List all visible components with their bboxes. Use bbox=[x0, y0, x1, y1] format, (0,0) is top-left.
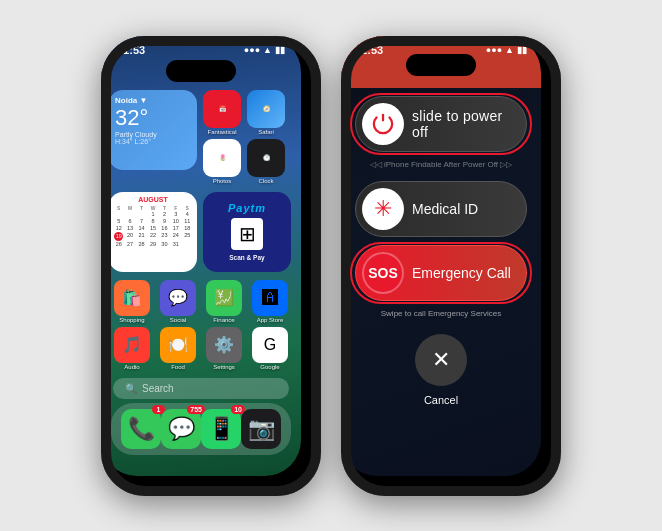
cancel-label: Cancel bbox=[341, 394, 541, 406]
settings-label: Settings bbox=[213, 364, 235, 370]
app-settings[interactable]: ⚙️ Settings bbox=[203, 327, 245, 370]
status-bar1: 11:53 ●●● ▲ ▮▮ bbox=[101, 36, 301, 60]
search-icon: 🔍 bbox=[125, 383, 137, 394]
app-fantastical[interactable]: 📅 Fantastical bbox=[203, 90, 241, 135]
apps-row-2: 🌷 Photos 🕐 Clock bbox=[203, 139, 293, 184]
app-safari[interactable]: 🧭 Safari bbox=[247, 90, 285, 135]
signal-icon: ●●● bbox=[244, 45, 260, 55]
calendar-grid: S M T W T F S 1 2 3 4 5 6 7 bbox=[113, 205, 193, 248]
poweroff-label: slide to power off bbox=[412, 108, 520, 140]
shopping-label: Shopping bbox=[119, 317, 144, 323]
search-bar[interactable]: 🔍 Search bbox=[113, 378, 289, 399]
weather-city: Noida ▼ bbox=[115, 96, 191, 105]
clock-icon: 🕐 bbox=[247, 139, 285, 177]
audio-icon: 🎵 bbox=[114, 327, 150, 363]
calendar-widget[interactable]: AUGUST S M T W T F S 1 2 3 4 5 bbox=[109, 192, 197, 272]
sos-slider[interactable]: SOS Emergency Call bbox=[355, 245, 527, 301]
apps-grid: 🛍️ Shopping 💬 Social 💹 Finance 🅰 App Sto… bbox=[101, 276, 301, 374]
shopping-icon: 🛍️ bbox=[114, 280, 150, 316]
app-clock[interactable]: 🕐 Clock bbox=[247, 139, 285, 184]
appstore-icon: 🅰 bbox=[252, 280, 288, 316]
finance-icon: 💹 bbox=[206, 280, 242, 316]
sos-subtext: Swipe to call Emergency Services bbox=[355, 309, 527, 318]
paytm-qr-icon: ⊞ bbox=[231, 218, 263, 250]
sos-label: Emergency Call bbox=[412, 265, 511, 281]
app-photos[interactable]: 🌷 Photos bbox=[203, 139, 241, 184]
weather-temp: 32° bbox=[115, 105, 191, 131]
appstore-label: App Store bbox=[257, 317, 284, 323]
dock-phone[interactable]: 📞 1 bbox=[121, 409, 161, 449]
phone1-screen: 11:53 ●●● ▲ ▮▮ Noida ▼ 32° Partly Cloudy… bbox=[101, 36, 301, 476]
weather-widget[interactable]: Noida ▼ 32° Partly Cloudy H:34° L:26° bbox=[109, 90, 197, 170]
app-appstore[interactable]: 🅰 App Store bbox=[249, 280, 291, 323]
fantastical-icon: 📅 bbox=[203, 90, 241, 128]
wifi-icon: ▲ bbox=[263, 45, 272, 55]
app-shopping[interactable]: 🛍️ Shopping bbox=[111, 280, 153, 323]
app-audio[interactable]: 🎵 Audio bbox=[111, 327, 153, 370]
finance-label: Finance bbox=[213, 317, 234, 323]
clock-label: Clock bbox=[258, 178, 273, 184]
photos-label: Photos bbox=[213, 178, 232, 184]
poweroff-section: slide to power off bbox=[341, 96, 541, 152]
audio-label: Audio bbox=[124, 364, 139, 370]
phone1-frame: 11:53 ●●● ▲ ▮▮ Noida ▼ 32° Partly Cloudy… bbox=[101, 36, 321, 496]
widgets-row: Noida ▼ 32° Partly Cloudy H:34° L:26° 📅 … bbox=[101, 86, 301, 188]
weather-hl: H:34° L:26° bbox=[115, 138, 191, 145]
app-food[interactable]: 🍽️ Food bbox=[157, 327, 199, 370]
social-icon: 💬 bbox=[160, 280, 196, 316]
food-label: Food bbox=[171, 364, 185, 370]
apps-row-1: 📅 Fantastical 🧭 Safari bbox=[203, 90, 293, 135]
medical-slider[interactable]: ✳ Medical ID bbox=[355, 181, 527, 237]
paytm-logo: Paytm bbox=[228, 202, 266, 214]
dock-whatsapp[interactable]: 📱 10 bbox=[201, 409, 241, 449]
phone2-screen: 11:53 ●●● ▲ ▮▮ slide to power off bbox=[341, 36, 541, 476]
wifi-icon2: ▲ bbox=[505, 45, 514, 55]
calendar-month: AUGUST bbox=[113, 196, 193, 203]
dock-messages[interactable]: 💬 755 bbox=[161, 409, 201, 449]
dynamic-island bbox=[166, 60, 236, 82]
top-right-apps: 📅 Fantastical 🧭 Safari 🌷 Photos 🕐 bbox=[203, 90, 293, 184]
app-finance[interactable]: 💹 Finance bbox=[203, 280, 245, 323]
time-display: 11:53 bbox=[117, 44, 145, 56]
dock: 📞 1 💬 755 📱 10 📷 bbox=[111, 403, 291, 455]
phone2-frame: 11:53 ●●● ▲ ▮▮ slide to power off bbox=[341, 36, 561, 496]
photos-icon: 🌷 bbox=[203, 139, 241, 177]
paytm-scan-label: Scan & Pay bbox=[229, 254, 264, 261]
battery-icon2: ▮▮ bbox=[517, 45, 527, 55]
battery-icon: ▮▮ bbox=[275, 45, 285, 55]
time-display2: 11:53 bbox=[355, 44, 383, 56]
app-google[interactable]: G Google bbox=[249, 327, 291, 370]
settings-icon: ⚙️ bbox=[206, 327, 242, 363]
search-placeholder: Search bbox=[142, 383, 174, 394]
safari-icon: 🧭 bbox=[247, 90, 285, 128]
medical-knob: ✳ bbox=[362, 188, 404, 230]
google-icon: G bbox=[252, 327, 288, 363]
medical-label: Medical ID bbox=[412, 201, 478, 217]
second-widgets-row: AUGUST S M T W T F S 1 2 3 4 5 bbox=[101, 188, 301, 276]
dock-camera[interactable]: 📷 bbox=[241, 409, 281, 449]
app-social[interactable]: 💬 Social bbox=[157, 280, 199, 323]
cancel-button[interactable]: ✕ bbox=[415, 334, 467, 386]
status-icons: ●●● ▲ ▮▮ bbox=[244, 45, 285, 55]
poweroff-knob bbox=[362, 103, 404, 145]
findable-text: ◁◁ iPhone Findable After Power Off ▷▷ bbox=[355, 160, 527, 169]
safari-label: Safari bbox=[258, 129, 274, 135]
paytm-widget[interactable]: Paytm ⊞ Scan & Pay bbox=[203, 192, 291, 272]
dynamic-island2 bbox=[406, 54, 476, 76]
social-label: Social bbox=[170, 317, 186, 323]
food-icon: 🍽️ bbox=[160, 327, 196, 363]
fantastical-label: Fantastical bbox=[207, 129, 236, 135]
status-icons2: ●●● ▲ ▮▮ bbox=[486, 45, 527, 55]
sos-knob: SOS bbox=[362, 252, 404, 294]
poweroff-slider[interactable]: slide to power off bbox=[355, 96, 527, 152]
google-label: Google bbox=[260, 364, 279, 370]
signal-icon2: ●●● bbox=[486, 45, 502, 55]
weather-desc: Partly Cloudy bbox=[115, 131, 191, 138]
sos-section: SOS Emergency Call bbox=[341, 245, 541, 301]
